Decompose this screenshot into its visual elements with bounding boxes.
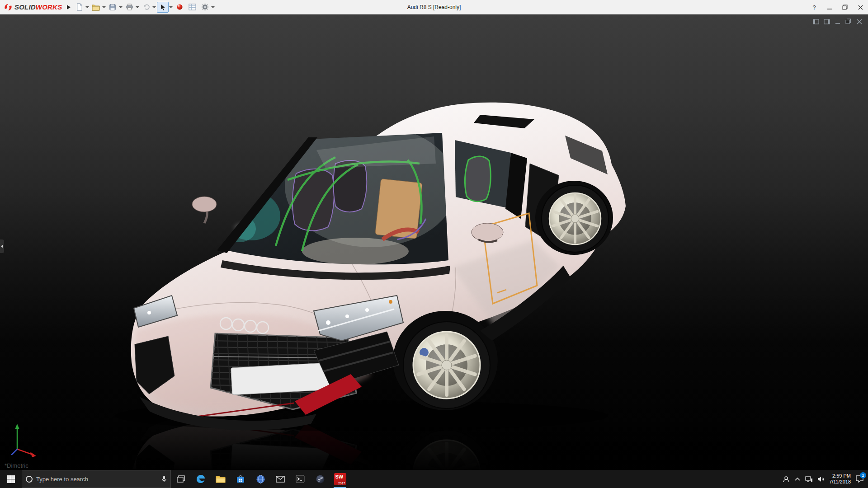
volume-icon[interactable] <box>817 476 824 482</box>
microphone-icon[interactable] <box>161 475 167 483</box>
print-caret[interactable] <box>136 6 139 8</box>
open-folder-icon <box>92 4 100 11</box>
solidworks-logo: SOLIDWORKS <box>4 3 62 12</box>
minimize-button[interactable] <box>822 0 837 14</box>
print-icon <box>126 3 133 11</box>
open-caret[interactable] <box>102 6 106 8</box>
brand-text: SOLIDWORKS <box>14 3 62 11</box>
solidworks-app-icon: SW 2017 <box>334 473 346 485</box>
restore-button[interactable] <box>837 0 853 14</box>
taskbar-clock[interactable]: 2:59 PM 7/11/2018 <box>829 473 851 485</box>
windows-logo-icon <box>7 475 15 483</box>
select-tool-button[interactable] <box>157 2 169 13</box>
window-title: Audi R8 S [Read-only] <box>407 0 461 14</box>
minimize-icon <box>827 5 832 10</box>
toolbar-group-open <box>90 2 106 13</box>
sheet-icon <box>189 4 196 10</box>
file-explorer-button[interactable] <box>211 470 231 488</box>
toolbar-group-new <box>73 2 89 13</box>
terminal-icon <box>296 475 305 483</box>
toolbar-group-undo <box>140 2 156 13</box>
system-tray: 2:59 PM 7/11/2018 2 <box>783 470 868 488</box>
new-document-icon <box>75 3 83 11</box>
store-button[interactable] <box>231 470 250 488</box>
mail-button[interactable] <box>270 470 290 488</box>
close-button[interactable] <box>853 0 868 14</box>
minimize-document-icon[interactable] <box>834 18 841 25</box>
undo-caret[interactable] <box>152 6 156 8</box>
clock-time: 2:59 PM <box>829 473 851 479</box>
restore-icon <box>842 5 848 10</box>
show-feature-pane-icon[interactable] <box>812 18 819 25</box>
gear-icon <box>201 3 209 11</box>
save-floppy-icon <box>109 4 116 11</box>
sphere-app-icon <box>316 474 325 484</box>
3d-viewport[interactable]: *Dimetric <box>0 14 868 470</box>
select-cursor-icon <box>160 4 166 11</box>
orientation-label: *Dimetric <box>5 462 28 469</box>
close-icon <box>858 5 863 10</box>
options-caret[interactable] <box>211 6 215 8</box>
edge-button[interactable] <box>191 470 211 488</box>
undo-icon <box>142 3 150 11</box>
toolbar-group-print <box>123 2 139 13</box>
document-window-controls <box>812 18 863 25</box>
toolbar-group-save <box>107 2 123 13</box>
file-explorer-icon <box>216 475 226 483</box>
menu-flyout-button[interactable] <box>65 2 73 12</box>
appearances-button[interactable] <box>174 2 185 13</box>
close-document-icon[interactable] <box>856 18 863 25</box>
notification-badge: 2 <box>860 472 866 479</box>
orientation-triad[interactable] <box>6 420 44 460</box>
collapse-arrow-icon <box>1 244 3 248</box>
search-input[interactable] <box>36 476 158 483</box>
toolbar-group-appearances <box>174 2 185 13</box>
titlebar: SOLIDWORKS <box>0 0 868 14</box>
options-button[interactable] <box>199 2 211 13</box>
help-button[interactable]: ? <box>807 0 822 14</box>
network-icon[interactable] <box>805 476 812 482</box>
toolbar-group-select <box>157 2 173 13</box>
store-icon <box>236 474 245 483</box>
people-icon[interactable] <box>783 476 790 483</box>
taskbar: SW 2017 2:59 PM 7/11/2018 2 <box>0 470 868 488</box>
globe-app-button[interactable] <box>250 470 270 488</box>
print-button[interactable] <box>123 2 135 13</box>
panel-collapse-tab[interactable] <box>0 239 4 253</box>
show-display-pane-icon[interactable] <box>823 18 830 25</box>
model-canvas[interactable] <box>0 14 868 470</box>
edge-icon <box>196 474 206 484</box>
start-button[interactable] <box>0 470 22 488</box>
taskbar-search[interactable] <box>22 470 171 488</box>
save-caret[interactable] <box>119 6 123 8</box>
appearance-sphere-icon <box>176 4 183 10</box>
select-caret[interactable] <box>169 6 173 8</box>
car-model <box>131 103 626 430</box>
command-prompt-button[interactable] <box>290 470 310 488</box>
sphere-app-button[interactable] <box>310 470 330 488</box>
toolbar-group-options <box>199 2 215 13</box>
undo-button[interactable] <box>140 2 152 13</box>
mail-icon <box>276 476 285 483</box>
task-view-button[interactable] <box>171 470 191 488</box>
dassault-logo-icon <box>4 3 13 12</box>
window-controls: ? <box>807 0 868 14</box>
cortana-icon <box>26 476 33 483</box>
drawing-sheet-button[interactable] <box>186 2 198 13</box>
open-button[interactable] <box>90 2 102 13</box>
solidworks-taskbar-button[interactable]: SW 2017 <box>330 470 350 488</box>
toolbar-group-sheet <box>186 2 198 13</box>
save-button[interactable] <box>107 2 118 13</box>
restore-document-icon[interactable] <box>845 18 852 25</box>
action-center-button[interactable]: 2 <box>856 475 863 483</box>
new-document-caret[interactable] <box>85 6 89 8</box>
task-view-icon <box>177 475 185 483</box>
new-document-button[interactable] <box>73 2 85 13</box>
globe-icon <box>256 474 265 484</box>
clock-date: 7/11/2018 <box>829 479 851 485</box>
tray-overflow-chevron-icon[interactable] <box>795 477 800 481</box>
flyout-arrow-icon <box>66 5 71 10</box>
